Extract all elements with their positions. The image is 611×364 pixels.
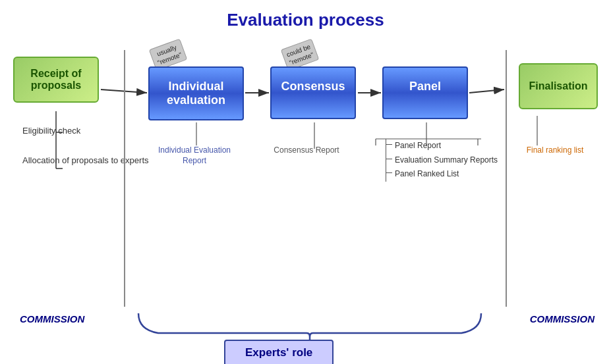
right-divider-line — [506, 50, 507, 307]
experts-role-label: Experts' role — [224, 340, 334, 364]
individual-evaluation-box: Individual evaluation — [148, 66, 244, 120]
svg-line-4 — [469, 90, 504, 93]
remote-tag-usually: usually"remote" — [152, 43, 185, 66]
consensus-report: Consensus Report — [270, 145, 343, 156]
individual-box: Individual evaluation — [148, 66, 244, 120]
final-ranking-label: Final ranking list — [515, 145, 595, 155]
panel-ranked-item: Panel Ranked List — [386, 167, 498, 182]
consensus-report-label: Consensus Report — [270, 145, 343, 156]
consensus-box-container: Consensus — [270, 66, 356, 119]
experts-role-box: Experts' role — [224, 340, 334, 364]
finalisation-box: Finalisation — [519, 60, 598, 109]
left-divider-line — [124, 50, 125, 307]
panel-reports-group: Panel Report Evaluation Summary Reports … — [372, 139, 498, 182]
receipt-box: Receipt of proposals — [13, 57, 99, 103]
evaluation-summary-item: Evaluation Summary Reports — [386, 153, 498, 168]
eligibility-item: Eligibility check — [12, 126, 80, 136]
individual-report-label: Individual Evaluation Report — [152, 145, 237, 166]
individual-report: Individual Evaluation Report — [152, 145, 237, 166]
final-ranking: Final ranking list — [515, 145, 595, 155]
consensus-box: Consensus — [270, 66, 356, 119]
page-title: Evaluation process — [7, 7, 604, 30]
remote-tag-could-be: could be"remote" — [283, 43, 316, 66]
panel-report-item: Panel Report — [386, 139, 498, 153]
diagram: Receipt of proposals Eligibility check A… — [7, 37, 604, 364]
eligibility-text: Eligibility check — [12, 126, 80, 136]
panel-reports-list: Panel Report Evaluation Summary Reports … — [386, 139, 498, 182]
commission-right: COMMISSION — [530, 313, 595, 325]
page-container: Evaluation process — [0, 0, 611, 364]
receipt-text: Receipt of proposals — [25, 68, 87, 91]
commission-left: COMMISSION — [20, 313, 84, 325]
allocation-text: Allocation of proposals to experts — [12, 155, 149, 167]
panel-box: Panel — [382, 66, 468, 119]
allocation-item: Allocation of proposals to experts — [12, 155, 149, 167]
finalisation-inner: Finalisation — [519, 63, 598, 109]
panel-box-container: Panel — [382, 66, 468, 119]
